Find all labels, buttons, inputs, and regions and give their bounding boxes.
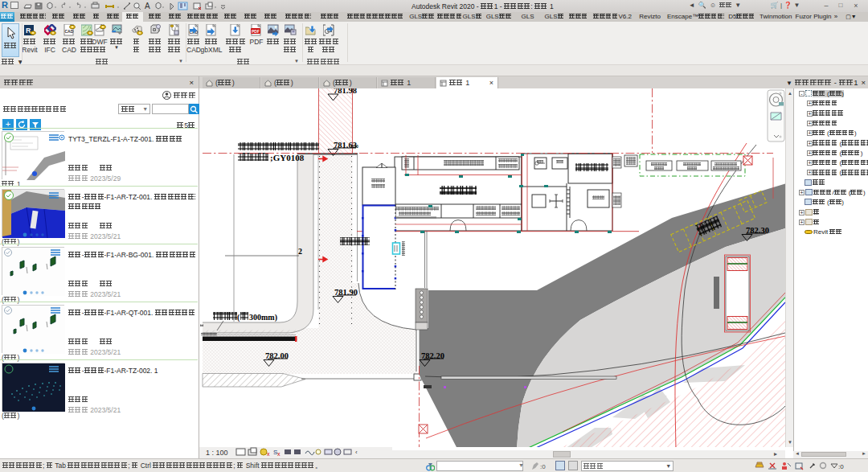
svg-text:‹: ‹ xyxy=(355,449,358,456)
svg-text:A: A xyxy=(145,2,150,10)
svg-text:;GY0108: ;GY0108 xyxy=(270,153,305,162)
svg-text:CAD: CAD xyxy=(64,29,73,34)
svg-text:x: x xyxy=(267,451,270,457)
svg-text:1100: 1100 xyxy=(350,145,358,149)
svg-text:x: x xyxy=(277,451,280,457)
svg-text::0: :0 xyxy=(540,463,546,470)
svg-text::0: :0 xyxy=(838,463,844,470)
svg-text:300mm): 300mm) xyxy=(249,313,277,322)
svg-text:PDF: PDF xyxy=(252,29,260,34)
svg-text:2: 2 xyxy=(298,247,302,256)
